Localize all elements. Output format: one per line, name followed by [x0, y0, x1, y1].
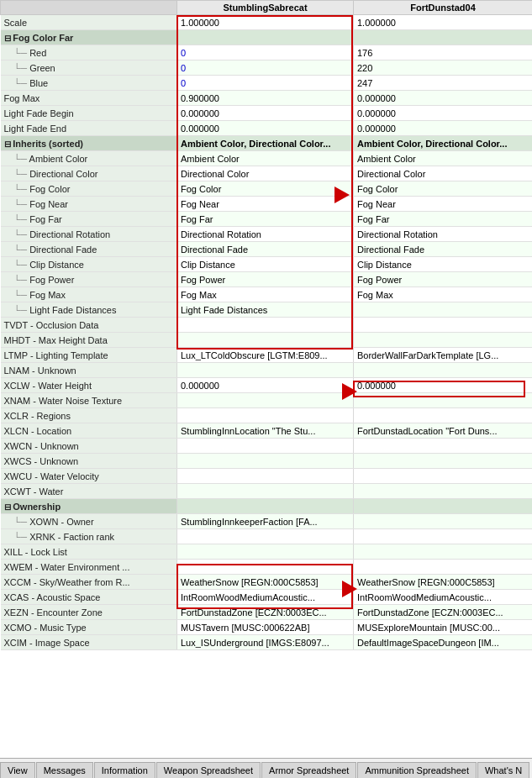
row-label: └─ Clip Distance: [1, 257, 177, 272]
row-label: XCLR - Regions: [1, 408, 177, 423]
row-col2-value: Fog Max: [354, 287, 533, 302]
row-col2-value: Fog Color: [354, 181, 533, 197]
row-col1-value: Light Fade Distances: [177, 302, 354, 318]
row-col1-value: WeatherSnow [REGN:000C5853]: [177, 575, 354, 590]
row-col1-value: Fog Color: [177, 181, 354, 197]
row-label: ⊟ Ownership: [1, 499, 177, 514]
row-label: LTMP - Lighting Template: [1, 348, 177, 363]
row-col2-value: DefaultImageSpaceDungeon [IM...: [354, 635, 533, 650]
row-col2-value: [354, 30, 533, 45]
row-col1-value: Directional Color: [177, 166, 354, 181]
row-col1-value: [177, 560, 354, 575]
row-label: XILL - Lock List: [1, 544, 177, 560]
row-col1-value: Fog Max: [177, 287, 354, 302]
row-col2-value: Fog Power: [354, 272, 533, 287]
row-label: Fog Max: [1, 91, 177, 106]
row-col1-value: MUSTavern [MUSC:000622AB]: [177, 620, 354, 635]
row-col2-value: 0.000000: [354, 378, 533, 393]
row-label: XCAS - Acoustic Space: [1, 590, 177, 605]
row-col2-value: [354, 484, 533, 499]
row-col2-value: [354, 454, 533, 469]
row-label: XWCU - Water Velocity: [1, 469, 177, 484]
row-col1-value: 0.000000: [177, 121, 354, 136]
row-col1-value: 0.900000: [177, 91, 354, 106]
row-col1-value: [177, 363, 354, 378]
row-label: TVDT - Occlusion Data: [1, 318, 177, 333]
row-label: └─ Blue: [1, 76, 177, 91]
tab-ammunition-spreadsheet[interactable]: Ammunition Spreadsheet: [357, 762, 477, 778]
row-col1-value: Fog Far: [177, 212, 354, 227]
row-col1-value: Directional Fade: [177, 242, 354, 257]
row-col1-value: Lux_ISUnderground [IMGS:E8097...: [177, 635, 354, 650]
row-label: └─ Directional Rotation: [1, 227, 177, 242]
row-col2-value: Directional Color: [354, 166, 533, 181]
tab-weapon-spreadsheet[interactable]: Weapon Spreadsheet: [156, 762, 261, 778]
row-col1-value: 0: [177, 76, 354, 91]
row-label: XWEM - Water Environment ...: [1, 560, 177, 575]
tab-view[interactable]: View: [0, 762, 35, 778]
row-col2-value: BorderWallFarDarkTemplate [LG...: [354, 348, 533, 363]
row-col1-value: [177, 318, 354, 333]
row-col2-value: [354, 363, 533, 378]
row-label: └─ Fog Color: [1, 181, 177, 197]
row-label: └─ Ambient Color: [1, 151, 177, 166]
row-col2-value: Directional Fade: [354, 242, 533, 257]
row-col2-value: [354, 529, 533, 544]
row-col2-value: 176: [354, 45, 533, 60]
row-col1-value: [177, 469, 354, 484]
row-label: XCCM - Sky/Weather from R...: [1, 575, 177, 590]
row-col1-value: 1.000000: [177, 15, 354, 30]
row-col1-value: FortDunstadZone [ECZN:0003EC...: [177, 605, 354, 620]
row-col2-value: [354, 499, 533, 514]
row-label: Light Fade End: [1, 121, 177, 136]
row-label: XCIM - Image Space: [1, 635, 177, 650]
row-label: Light Fade Begin: [1, 106, 177, 121]
row-col1-value: [177, 484, 354, 499]
col2-header: FortDunstad04: [354, 1, 533, 15]
row-col1-value: 0: [177, 45, 354, 60]
row-label: XCWT - Water: [1, 484, 177, 499]
row-label: └─ Fog Power: [1, 272, 177, 287]
tab-armor-spreadsheet[interactable]: Armor Spreadsheet: [261, 762, 356, 778]
row-label: └─ XOWN - Owner: [1, 514, 177, 529]
row-col1-value: [177, 393, 354, 408]
row-col2-value: [354, 560, 533, 575]
row-col1-value: Lux_LTColdObscure [LGTM:E809...: [177, 348, 354, 363]
row-col2-value: 247: [354, 76, 533, 91]
col1-header: StumblingSabrecat: [177, 1, 354, 15]
tab-messages[interactable]: Messages: [36, 762, 93, 778]
row-col1-value: Fog Power: [177, 272, 354, 287]
row-col1-value: [177, 30, 354, 45]
row-label: └─ Fog Max: [1, 287, 177, 302]
table-scroll[interactable]: StumblingSabrecat FortDunstad04 Scale1.0…: [0, 0, 532, 758]
row-col2-value: [354, 318, 533, 333]
data-table: StumblingSabrecat FortDunstad04 Scale1.0…: [0, 0, 532, 650]
row-col2-value: 0.000000: [354, 91, 533, 106]
row-col2-value: 220: [354, 60, 533, 76]
row-col2-value: FortDunstadZone [ECZN:0003EC...: [354, 605, 533, 620]
row-col2-value: Fog Near: [354, 197, 533, 212]
row-label: └─ XRNK - Faction rank: [1, 529, 177, 544]
row-col1-value: [177, 529, 354, 544]
row-col1-value: 0: [177, 60, 354, 76]
row-col2-value: Ambient Color, Directional Color...: [354, 136, 533, 151]
row-label: └─ Directional Fade: [1, 242, 177, 257]
row-col1-value: [177, 439, 354, 454]
row-col2-value: [354, 393, 533, 408]
row-col1-value: Ambient Color: [177, 151, 354, 166]
row-col2-value: Fog Far: [354, 212, 533, 227]
row-col1-value: StumblingInnLocation "The Stu...: [177, 423, 354, 439]
row-col1-value: Directional Rotation: [177, 227, 354, 242]
table-wrapper: StumblingSabrecat FortDunstad04 Scale1.0…: [0, 0, 532, 758]
row-col1-value: 0.000000: [177, 378, 354, 393]
row-col1-value: IntRoomWoodMediumAcoustic...: [177, 590, 354, 605]
row-col2-value: 0.000000: [354, 106, 533, 121]
row-label: ⊟ Fog Color Far: [1, 30, 177, 45]
tab-information[interactable]: Information: [94, 762, 155, 778]
tab-what's-n[interactable]: What's N: [477, 762, 529, 778]
main-container: StumblingSabrecat FortDunstad04 Scale1.0…: [0, 0, 532, 778]
row-col2-value: [354, 544, 533, 560]
row-label: Scale: [1, 15, 177, 30]
row-label: LNAM - Unknown: [1, 363, 177, 378]
row-label: └─ Fog Far: [1, 212, 177, 227]
